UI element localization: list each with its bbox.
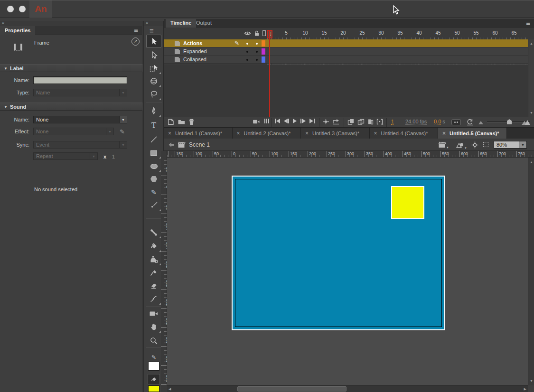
layer-color-swatch[interactable] <box>262 40 265 47</box>
loop-playback-button[interactable] <box>332 119 340 125</box>
outline-view-icon[interactable] <box>262 30 266 36</box>
panel-collapse-strip[interactable]: « <box>0 21 142 26</box>
scroll-left-icon[interactable]: ◀ <box>169 387 171 391</box>
sound-name-dropdown[interactable]: None ▼ <box>33 116 127 123</box>
hand-tool[interactable] <box>146 321 161 333</box>
reset-timeline-zoom-button[interactable] <box>466 119 474 126</box>
close-window-button[interactable] <box>7 6 14 12</box>
zoom-out-timeline-icon[interactable] <box>478 121 483 124</box>
close-icon[interactable]: × <box>237 130 240 137</box>
minimize-window-button[interactable] <box>19 6 26 12</box>
step-forward-button[interactable] <box>300 119 306 123</box>
frame-view-button[interactable] <box>451 119 461 125</box>
eraser-tool[interactable] <box>146 280 161 292</box>
scroll-down-icon[interactable]: ▼ <box>530 379 533 383</box>
add-camera-button[interactable] <box>252 119 261 125</box>
lasso-tool[interactable] <box>146 88 161 101</box>
stage-zoom-select[interactable]: 80% ▼ <box>494 141 527 149</box>
layer-visibility-dot[interactable] <box>246 59 248 61</box>
layer-color-swatch[interactable] <box>262 56 265 63</box>
paint-brush-tool[interactable] <box>146 199 161 212</box>
go-to-first-frame-button[interactable] <box>275 119 280 123</box>
new-layer-button[interactable] <box>168 119 174 125</box>
close-icon[interactable]: × <box>442 130 446 137</box>
subselection-tool[interactable] <box>146 49 161 61</box>
playhead[interactable] <box>269 30 270 117</box>
onion-skin-outlines-button[interactable] <box>357 119 365 125</box>
properties-menu-icon[interactable]: ≡ <box>134 27 138 34</box>
pasteboard[interactable] <box>167 158 528 385</box>
layer-row-expanded[interactable]: Expanded <box>164 47 528 56</box>
layer-visibility-dot[interactable] <box>246 51 248 53</box>
selection-tool[interactable] <box>146 35 161 48</box>
delete-layer-button[interactable] <box>188 119 195 125</box>
go-to-last-frame-button[interactable] <box>309 119 315 123</box>
stage[interactable] <box>232 176 445 330</box>
frame-ruler[interactable]: 1 5 10 15 20 25 30 35 40 45 50 55 60 65 <box>267 29 528 39</box>
fill-color-swatch[interactable] <box>148 385 159 392</box>
edit-multiple-frames-button[interactable] <box>367 119 374 125</box>
onion-skin-button[interactable] <box>347 119 355 125</box>
scroll-right-icon[interactable]: ▶ <box>524 387 526 391</box>
current-frame-counter[interactable]: 1 <box>391 119 394 125</box>
new-folder-button[interactable] <box>178 119 185 125</box>
line-tool[interactable] <box>146 133 161 146</box>
fill-color-control[interactable] <box>148 374 160 384</box>
yellow-square-shape[interactable] <box>391 186 424 219</box>
3d-rotation-tool[interactable] <box>146 75 161 87</box>
layer-lock-dot[interactable] <box>256 51 258 53</box>
doc-tab-untitled-2[interactable]: × Untitled-2 (Canvas)* <box>233 128 301 139</box>
close-icon[interactable]: × <box>374 130 377 137</box>
show-hide-eye-icon[interactable] <box>244 30 251 36</box>
play-button[interactable] <box>293 119 297 123</box>
oval-tool[interactable] <box>146 160 161 172</box>
rectangle-tool[interactable] <box>146 147 161 159</box>
ink-bottle-tool[interactable] <box>146 253 161 266</box>
bone-tool[interactable] <box>146 226 161 239</box>
center-stage-button[interactable] <box>471 141 478 149</box>
timeline-vertical-scrollbar[interactable]: ▲ ▼ <box>528 39 534 117</box>
label-name-input[interactable] <box>33 76 127 84</box>
clip-content-button[interactable] <box>483 142 488 147</box>
edit-effect-pencil-icon[interactable]: ✎ <box>120 128 125 135</box>
edit-scene-button[interactable]: ▼ <box>438 141 446 148</box>
tab-properties[interactable]: Properties <box>0 26 35 35</box>
repeat-times-value[interactable]: 1 <box>112 154 115 159</box>
canvas-vertical-scrollbar[interactable]: ▲ ▼ <box>528 158 534 385</box>
close-icon[interactable]: × <box>168 130 171 137</box>
scroll-up-icon[interactable]: ▲ <box>530 42 533 45</box>
layer-visibility-dot[interactable] <box>246 43 248 45</box>
doc-tab-untitled-4[interactable]: × Untitled-4 (Canvas)* <box>370 128 439 139</box>
stroke-color-swatch[interactable] <box>148 362 159 371</box>
close-icon[interactable]: × <box>305 130 309 137</box>
camera-tool[interactable] <box>146 308 161 320</box>
timeline-menu-icon[interactable]: ≡ <box>526 20 530 27</box>
timeline-zoom-slider-thumb[interactable] <box>507 119 512 124</box>
zoom-tool[interactable] <box>146 335 161 347</box>
lock-icon[interactable] <box>254 30 260 37</box>
elapsed-time[interactable]: 0.0 s <box>434 119 445 124</box>
text-tool[interactable]: T <box>146 119 161 131</box>
layer-color-swatch[interactable] <box>262 48 265 55</box>
pencil-tool[interactable]: ✎ <box>146 186 161 198</box>
frame-rate[interactable]: 24.00 fps <box>405 119 427 125</box>
tools-collapse-strip[interactable]: « <box>144 21 163 26</box>
scroll-up-icon[interactable]: ▲ <box>530 160 533 164</box>
paint-bucket-tool[interactable] <box>146 240 161 252</box>
zoom-in-timeline-icon[interactable] <box>522 120 530 125</box>
show-layer-depth-button[interactable] <box>264 119 269 123</box>
doc-tab-untitled-3[interactable]: × Untitled-3 (Canvas)* <box>301 128 370 139</box>
center-frame-button[interactable] <box>322 119 329 125</box>
back-arrow-icon[interactable] <box>168 142 175 148</box>
layer-lock-dot[interactable] <box>256 59 258 61</box>
frame-external-button[interactable]: ↗ <box>131 37 140 46</box>
modify-markers-button[interactable] <box>376 119 384 125</box>
canvas-horizontal-scrollbar[interactable]: ◀ ▶ <box>167 385 528 392</box>
free-transform-tool[interactable] <box>146 62 161 75</box>
scroll-down-icon[interactable]: ▼ <box>530 111 533 114</box>
tools-menu-icon[interactable]: ≡ <box>150 28 154 34</box>
width-tool[interactable] <box>146 293 161 305</box>
layer-row-actions[interactable]: Actions ✎ <box>164 39 528 47</box>
layer-row-collapsed[interactable]: Collapsed <box>164 56 528 64</box>
section-header-sound[interactable]: ▼Sound <box>0 103 142 111</box>
